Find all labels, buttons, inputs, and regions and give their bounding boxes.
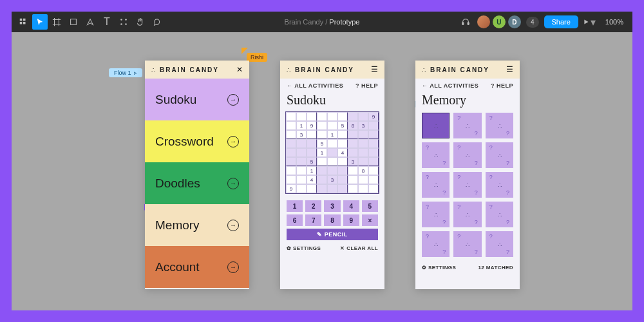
sudoku-cell[interactable]: 1 — [327, 130, 337, 139]
sudoku-cell[interactable] — [368, 148, 379, 157]
frame-sudoku[interactable]: ∴ BRAIN CANDY ☰ ← ALL ACTIVITIES ? HELP … — [280, 61, 384, 289]
flow-label[interactable]: Flow 1 — [109, 68, 142, 77]
sudoku-cell[interactable] — [317, 175, 327, 184]
frame-tool-button[interactable] — [49, 14, 64, 30]
menu-crossword[interactable]: Crossword→ — [145, 120, 249, 162]
memory-card[interactable]: ∴ — [486, 202, 513, 227]
sudoku-cell[interactable] — [286, 175, 296, 184]
move-tool-button[interactable] — [32, 14, 48, 30]
hamburger-icon[interactable]: ☰ — [506, 65, 513, 74]
sudoku-cell[interactable] — [337, 175, 348, 184]
sudoku-cell[interactable] — [348, 130, 358, 139]
numpad-key[interactable]: 4 — [343, 200, 359, 212]
extra-users-count[interactable]: 4 — [526, 17, 539, 28]
sudoku-cell[interactable] — [348, 139, 358, 148]
sudoku-cell[interactable] — [296, 148, 307, 157]
sudoku-cell[interactable]: 1 — [317, 148, 327, 157]
sudoku-cell[interactable] — [286, 121, 296, 130]
numpad-key[interactable]: 1 — [287, 200, 303, 212]
sudoku-cell[interactable] — [296, 157, 307, 166]
sudoku-cell[interactable]: 3 — [358, 121, 368, 130]
numpad-key[interactable]: 8 — [324, 214, 340, 226]
sudoku-cell[interactable] — [307, 184, 317, 193]
present-button[interactable]: ▾ — [581, 14, 596, 30]
menu-memory[interactable]: Memory→ — [145, 204, 249, 246]
hamburger-icon[interactable]: ☰ — [371, 65, 378, 74]
sudoku-cell[interactable] — [286, 139, 296, 148]
sudoku-cell[interactable] — [348, 112, 358, 121]
sudoku-cell[interactable] — [348, 184, 358, 193]
hand-tool-button[interactable] — [133, 14, 148, 30]
memory-card[interactable]: ∴ — [422, 231, 450, 257]
pencil-button[interactable]: ✎ PENCIL — [287, 229, 378, 240]
main-menu-button[interactable] — [15, 14, 31, 30]
sudoku-cell[interactable] — [296, 175, 307, 184]
menu-account[interactable]: Account→ — [145, 246, 249, 288]
headphones-icon[interactable] — [458, 14, 473, 30]
sudoku-cell[interactable] — [286, 157, 296, 166]
sudoku-cell[interactable] — [337, 166, 348, 175]
sudoku-cell[interactable] — [317, 157, 327, 166]
sudoku-cell[interactable] — [348, 175, 358, 184]
sudoku-cell[interactable] — [307, 139, 317, 148]
avatar-u[interactable]: U — [493, 15, 506, 28]
sudoku-cell[interactable] — [348, 166, 358, 175]
sudoku-cell[interactable]: 9 — [286, 184, 296, 193]
close-icon[interactable]: ✕ — [236, 65, 243, 74]
memory-card[interactable]: ∴ — [453, 202, 481, 227]
back-link[interactable]: ← ALL ACTIVITIES — [287, 82, 343, 89]
sudoku-cell[interactable] — [286, 148, 296, 157]
sudoku-grid[interactable]: 919583315145318439 — [285, 111, 379, 194]
sudoku-cell[interactable] — [296, 112, 307, 121]
memory-card[interactable]: ∴ — [486, 172, 513, 198]
numpad-key[interactable]: 5 — [362, 200, 378, 212]
sudoku-cell[interactable] — [368, 121, 379, 130]
sudoku-cell[interactable] — [368, 166, 379, 175]
comment-tool-button[interactable] — [149, 14, 165, 30]
sudoku-cell[interactable] — [368, 175, 379, 184]
sudoku-cell[interactable]: 4 — [307, 175, 317, 184]
sudoku-cell[interactable] — [358, 130, 368, 139]
numpad-key[interactable]: 9 — [343, 214, 359, 226]
sudoku-cell[interactable] — [307, 130, 317, 139]
breadcrumb[interactable]: Brain Candy / Prototype — [285, 18, 360, 26]
sudoku-cell[interactable] — [327, 184, 337, 193]
memory-card[interactable]: ∴ — [453, 231, 481, 257]
sudoku-cell[interactable] — [327, 139, 337, 148]
shape-tool-button[interactable] — [66, 14, 81, 30]
sudoku-cell[interactable]: 8 — [348, 121, 358, 130]
sudoku-cell[interactable] — [317, 121, 327, 130]
sudoku-cell[interactable] — [358, 157, 368, 166]
sudoku-cell[interactable] — [307, 112, 317, 121]
memory-card[interactable]: ∴ — [486, 142, 513, 168]
sudoku-cell[interactable] — [368, 157, 379, 166]
sudoku-cell[interactable] — [358, 112, 368, 121]
memory-card[interactable]: ∴ — [486, 231, 513, 257]
sudoku-cell[interactable] — [286, 130, 296, 139]
menu-doodles[interactable]: Doodles→ — [145, 162, 249, 204]
sudoku-cell[interactable] — [327, 112, 337, 121]
sudoku-cell[interactable] — [327, 148, 337, 157]
memory-card[interactable]: ∴ — [422, 202, 450, 227]
sudoku-cell[interactable] — [337, 184, 348, 193]
sudoku-cell[interactable]: 5 — [337, 121, 348, 130]
help-link[interactable]: ? HELP — [355, 82, 378, 89]
sudoku-cell[interactable]: 3 — [348, 157, 358, 166]
sudoku-cell[interactable]: 8 — [358, 166, 368, 175]
sudoku-cell[interactable] — [317, 130, 327, 139]
sudoku-cell[interactable] — [368, 139, 379, 148]
sudoku-cell[interactable]: 5 — [317, 139, 327, 148]
sudoku-cell[interactable] — [337, 130, 348, 139]
sudoku-cell[interactable] — [296, 166, 307, 175]
sudoku-cell[interactable] — [307, 148, 317, 157]
zoom-level[interactable]: 100% — [605, 18, 623, 26]
clear-all-link[interactable]: ✕ CLEAR ALL — [340, 245, 378, 251]
sudoku-cell[interactable] — [358, 148, 368, 157]
menu-sudoku[interactable]: Sudoku→ — [145, 79, 249, 120]
sudoku-cell[interactable] — [337, 112, 348, 121]
sudoku-cell[interactable] — [337, 139, 348, 148]
sudoku-cell[interactable] — [358, 184, 368, 193]
sudoku-cell[interactable] — [296, 139, 307, 148]
memory-card[interactable]: ∴ — [453, 142, 481, 168]
sudoku-cell[interactable] — [296, 184, 307, 193]
